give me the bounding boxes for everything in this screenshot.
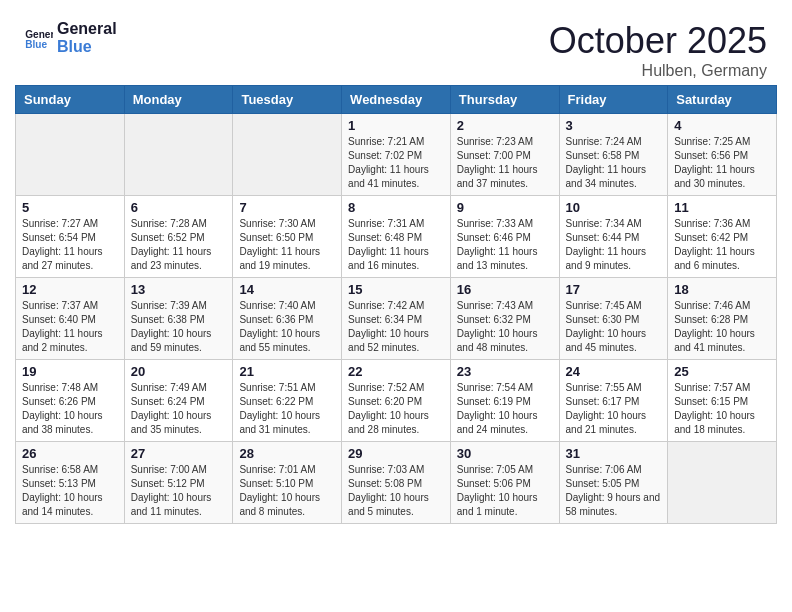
day-number: 5 (22, 200, 118, 215)
location: Hulben, Germany (549, 62, 767, 80)
day-info: Sunrise: 7:03 AMSunset: 5:08 PMDaylight:… (348, 463, 444, 519)
day-cell: 21Sunrise: 7:51 AMSunset: 6:22 PMDayligh… (233, 360, 342, 442)
day-number: 30 (457, 446, 553, 461)
day-cell: 30Sunrise: 7:05 AMSunset: 5:06 PMDayligh… (450, 442, 559, 524)
day-cell: 10Sunrise: 7:34 AMSunset: 6:44 PMDayligh… (559, 196, 668, 278)
day-number: 16 (457, 282, 553, 297)
logo-blue: Blue (57, 38, 117, 56)
day-number: 8 (348, 200, 444, 215)
day-cell: 27Sunrise: 7:00 AMSunset: 5:12 PMDayligh… (124, 442, 233, 524)
weekday-header-friday: Friday (559, 86, 668, 114)
day-info: Sunrise: 7:27 AMSunset: 6:54 PMDaylight:… (22, 217, 118, 273)
weekday-header-row: SundayMondayTuesdayWednesdayThursdayFrid… (16, 86, 777, 114)
day-cell: 31Sunrise: 7:06 AMSunset: 5:05 PMDayligh… (559, 442, 668, 524)
day-cell: 16Sunrise: 7:43 AMSunset: 6:32 PMDayligh… (450, 278, 559, 360)
day-info: Sunrise: 7:06 AMSunset: 5:05 PMDaylight:… (566, 463, 662, 519)
day-number: 4 (674, 118, 770, 133)
day-info: Sunrise: 7:36 AMSunset: 6:42 PMDaylight:… (674, 217, 770, 273)
weekday-header-monday: Monday (124, 86, 233, 114)
day-cell: 17Sunrise: 7:45 AMSunset: 6:30 PMDayligh… (559, 278, 668, 360)
day-info: Sunrise: 7:39 AMSunset: 6:38 PMDaylight:… (131, 299, 227, 355)
day-info: Sunrise: 7:49 AMSunset: 6:24 PMDaylight:… (131, 381, 227, 437)
day-cell: 5Sunrise: 7:27 AMSunset: 6:54 PMDaylight… (16, 196, 125, 278)
day-number: 31 (566, 446, 662, 461)
week-row-2: 5Sunrise: 7:27 AMSunset: 6:54 PMDaylight… (16, 196, 777, 278)
day-info: Sunrise: 7:25 AMSunset: 6:56 PMDaylight:… (674, 135, 770, 191)
day-number: 28 (239, 446, 335, 461)
day-cell: 20Sunrise: 7:49 AMSunset: 6:24 PMDayligh… (124, 360, 233, 442)
day-number: 21 (239, 364, 335, 379)
day-info: Sunrise: 7:23 AMSunset: 7:00 PMDaylight:… (457, 135, 553, 191)
day-cell (668, 442, 777, 524)
day-info: Sunrise: 7:00 AMSunset: 5:12 PMDaylight:… (131, 463, 227, 519)
day-number: 7 (239, 200, 335, 215)
logo-general: General (57, 20, 117, 38)
logo-icon: General Blue (25, 27, 53, 49)
day-number: 6 (131, 200, 227, 215)
calendar-title: October 2025 Hulben, Germany (549, 20, 767, 80)
day-info: Sunrise: 7:21 AMSunset: 7:02 PMDaylight:… (348, 135, 444, 191)
day-number: 27 (131, 446, 227, 461)
day-info: Sunrise: 7:01 AMSunset: 5:10 PMDaylight:… (239, 463, 335, 519)
day-info: Sunrise: 7:28 AMSunset: 6:52 PMDaylight:… (131, 217, 227, 273)
day-number: 29 (348, 446, 444, 461)
day-info: Sunrise: 7:40 AMSunset: 6:36 PMDaylight:… (239, 299, 335, 355)
day-info: Sunrise: 7:51 AMSunset: 6:22 PMDaylight:… (239, 381, 335, 437)
day-cell: 4Sunrise: 7:25 AMSunset: 6:56 PMDaylight… (668, 114, 777, 196)
day-info: Sunrise: 7:37 AMSunset: 6:40 PMDaylight:… (22, 299, 118, 355)
day-number: 24 (566, 364, 662, 379)
day-cell (233, 114, 342, 196)
day-number: 13 (131, 282, 227, 297)
week-row-1: 1Sunrise: 7:21 AMSunset: 7:02 PMDaylight… (16, 114, 777, 196)
day-info: Sunrise: 7:30 AMSunset: 6:50 PMDaylight:… (239, 217, 335, 273)
day-number: 15 (348, 282, 444, 297)
day-number: 11 (674, 200, 770, 215)
day-cell: 22Sunrise: 7:52 AMSunset: 6:20 PMDayligh… (342, 360, 451, 442)
weekday-header-tuesday: Tuesday (233, 86, 342, 114)
day-cell: 2Sunrise: 7:23 AMSunset: 7:00 PMDaylight… (450, 114, 559, 196)
day-number: 20 (131, 364, 227, 379)
day-number: 18 (674, 282, 770, 297)
day-info: Sunrise: 7:57 AMSunset: 6:15 PMDaylight:… (674, 381, 770, 437)
day-info: Sunrise: 7:31 AMSunset: 6:48 PMDaylight:… (348, 217, 444, 273)
day-info: Sunrise: 7:34 AMSunset: 6:44 PMDaylight:… (566, 217, 662, 273)
day-cell: 7Sunrise: 7:30 AMSunset: 6:50 PMDaylight… (233, 196, 342, 278)
day-info: Sunrise: 7:45 AMSunset: 6:30 PMDaylight:… (566, 299, 662, 355)
day-cell: 15Sunrise: 7:42 AMSunset: 6:34 PMDayligh… (342, 278, 451, 360)
day-cell: 19Sunrise: 7:48 AMSunset: 6:26 PMDayligh… (16, 360, 125, 442)
day-cell: 11Sunrise: 7:36 AMSunset: 6:42 PMDayligh… (668, 196, 777, 278)
day-number: 25 (674, 364, 770, 379)
day-info: Sunrise: 7:52 AMSunset: 6:20 PMDaylight:… (348, 381, 444, 437)
day-info: Sunrise: 7:48 AMSunset: 6:26 PMDaylight:… (22, 381, 118, 437)
day-number: 14 (239, 282, 335, 297)
day-cell: 26Sunrise: 6:58 AMSunset: 5:13 PMDayligh… (16, 442, 125, 524)
day-cell: 14Sunrise: 7:40 AMSunset: 6:36 PMDayligh… (233, 278, 342, 360)
day-info: Sunrise: 7:54 AMSunset: 6:19 PMDaylight:… (457, 381, 553, 437)
day-info: Sunrise: 7:43 AMSunset: 6:32 PMDaylight:… (457, 299, 553, 355)
day-number: 12 (22, 282, 118, 297)
day-number: 19 (22, 364, 118, 379)
day-cell: 13Sunrise: 7:39 AMSunset: 6:38 PMDayligh… (124, 278, 233, 360)
day-info: Sunrise: 7:24 AMSunset: 6:58 PMDaylight:… (566, 135, 662, 191)
day-number: 9 (457, 200, 553, 215)
day-cell: 1Sunrise: 7:21 AMSunset: 7:02 PMDaylight… (342, 114, 451, 196)
day-number: 1 (348, 118, 444, 133)
day-number: 26 (22, 446, 118, 461)
weekday-header-saturday: Saturday (668, 86, 777, 114)
day-cell (124, 114, 233, 196)
svg-text:Blue: Blue (25, 39, 47, 49)
logo: General Blue General Blue (25, 20, 117, 57)
day-info: Sunrise: 7:05 AMSunset: 5:06 PMDaylight:… (457, 463, 553, 519)
day-info: Sunrise: 7:42 AMSunset: 6:34 PMDaylight:… (348, 299, 444, 355)
day-cell: 18Sunrise: 7:46 AMSunset: 6:28 PMDayligh… (668, 278, 777, 360)
day-cell (16, 114, 125, 196)
calendar-table: SundayMondayTuesdayWednesdayThursdayFrid… (15, 85, 777, 524)
weekday-header-sunday: Sunday (16, 86, 125, 114)
day-cell: 25Sunrise: 7:57 AMSunset: 6:15 PMDayligh… (668, 360, 777, 442)
day-number: 10 (566, 200, 662, 215)
day-cell: 8Sunrise: 7:31 AMSunset: 6:48 PMDaylight… (342, 196, 451, 278)
day-info: Sunrise: 7:55 AMSunset: 6:17 PMDaylight:… (566, 381, 662, 437)
day-cell: 12Sunrise: 7:37 AMSunset: 6:40 PMDayligh… (16, 278, 125, 360)
day-info: Sunrise: 7:46 AMSunset: 6:28 PMDaylight:… (674, 299, 770, 355)
week-row-3: 12Sunrise: 7:37 AMSunset: 6:40 PMDayligh… (16, 278, 777, 360)
